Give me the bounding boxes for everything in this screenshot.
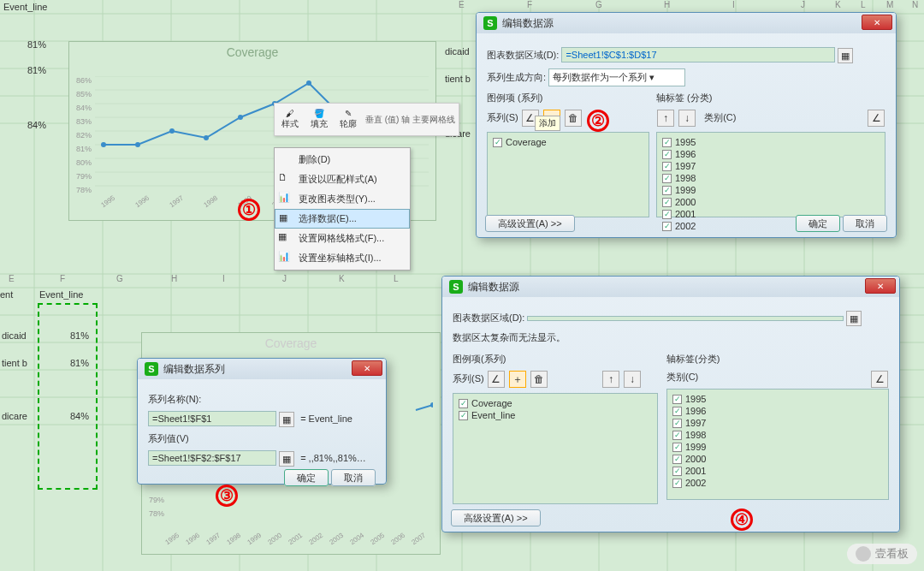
range-input[interactable]: =Sheet1!$C$1:$D$17: [561, 47, 835, 62]
category-list[interactable]: ✓1995 ✓1996 ✓1997 ✓1998 ✓1999 ✓2000 ✓200…: [656, 132, 886, 217]
cell-event-line[interactable]: Event_line: [39, 289, 83, 300]
val-picker-button[interactable]: ▦: [279, 451, 294, 467]
cell-row-dicaid[interactable]: dicaid: [2, 330, 27, 341]
col-K2[interactable]: K: [339, 274, 345, 288]
list-item[interactable]: ✓Coverage: [457, 397, 654, 409]
svg-point-36: [169, 128, 175, 134]
category-list[interactable]: ✓1995 ✓1996 ✓1997 ✓1998 ✓1999 ✓2000 ✓200…: [666, 389, 889, 500]
list-item[interactable]: ✓1998: [671, 429, 885, 441]
move-up-button[interactable]: ↑: [602, 371, 619, 388]
delete-series-button[interactable]: 🗑: [530, 371, 548, 388]
close-button[interactable]: ✕: [865, 278, 896, 294]
list-item[interactable]: ✓1998: [660, 172, 881, 184]
list-item[interactable]: ✓1997: [660, 160, 881, 172]
fill-button[interactable]: 🪣填充: [307, 107, 331, 132]
callout-4: ④: [731, 509, 753, 531]
add-series-button[interactable]: ＋: [509, 371, 526, 388]
name-picker-button[interactable]: ▦: [279, 412, 294, 427]
list-item[interactable]: ✓1997: [671, 417, 885, 429]
list-item[interactable]: ✓Coverage: [491, 136, 645, 148]
close-button[interactable]: ✕: [862, 15, 892, 30]
val-preview: = ,,81%,,81%…: [300, 453, 366, 463]
dialog-edit-series: S 编辑数据系列 ✕ 系列名称(N): =Sheet1!$F$1 ▦ = Eve…: [137, 358, 387, 485]
col-G2[interactable]: G: [116, 274, 123, 288]
list-item[interactable]: ✓Event_line: [457, 409, 654, 421]
cell-row-tient[interactable]: tient b: [2, 358, 27, 368]
range-picker-button[interactable]: ▦: [846, 311, 862, 326]
list-item[interactable]: ✓1995: [671, 393, 885, 405]
col-J2[interactable]: J: [282, 274, 287, 288]
menu-delete[interactable]: 删除(D): [275, 150, 410, 170]
mini-toolbar-heading: 垂直 (值) 轴 主要网格线: [365, 114, 455, 126]
list-item[interactable]: ✓1999: [671, 441, 885, 453]
svg-point-44: [430, 402, 433, 407]
cell-val2[interactable]: 81%: [27, 65, 46, 75]
col-E[interactable]: E: [459, 0, 465, 14]
range-label: 图表数据区域(D):: [487, 49, 559, 62]
axis-icon: 📊: [278, 251, 292, 265]
cell-header[interactable]: Event_line: [3, 2, 47, 12]
list-item[interactable]: ✓2001: [671, 465, 885, 477]
cell-val1[interactable]: 81%: [27, 39, 46, 50]
col-N[interactable]: N: [912, 0, 918, 14]
col-I2[interactable]: I: [222, 274, 225, 288]
ok-button[interactable]: 确定: [796, 215, 840, 232]
menu-format-gridlines[interactable]: ▦设置网格线格式(F)...: [275, 229, 410, 248]
menu-select-data[interactable]: ▦选择数据(E)...: [275, 209, 410, 229]
direction-select[interactable]: 每列数据作为一个系列 ▾: [548, 68, 685, 86]
range-picker-button[interactable]: ▦: [838, 48, 853, 63]
range-label: 图表数据区域(D):: [453, 312, 524, 324]
col-F2[interactable]: F: [60, 274, 65, 288]
list-item[interactable]: ✓1996: [660, 148, 881, 160]
series-label: 系列(S): [453, 373, 484, 384]
menu-format-axis[interactable]: 📊设置坐标轴格式(I)...: [275, 248, 410, 268]
list-item[interactable]: ✓1996: [671, 405, 885, 417]
val-input[interactable]: =Sheet1!$F$2:$F$17: [148, 450, 276, 466]
delete-series-button[interactable]: 🗑: [565, 110, 582, 127]
move-down-button[interactable]: ↓: [624, 371, 641, 388]
svg-point-34: [101, 142, 106, 147]
edit-series-button[interactable]: ∠: [488, 371, 505, 388]
ok-button[interactable]: 确定: [284, 469, 329, 486]
edit-cat-button[interactable]: ∠: [871, 371, 888, 388]
move-down-button[interactable]: ↓: [678, 110, 696, 127]
close-button[interactable]: ✕: [352, 360, 382, 376]
menu-change-type[interactable]: 📊更改图表类型(Y)...: [275, 189, 410, 209]
move-up-button[interactable]: ↑: [657, 110, 674, 127]
grid-icon: ▦: [278, 231, 292, 245]
dialog-edit-data-source-1: S 编辑数据源 ✕ 图表数据区域(D): =Sheet1!$C$1:$D$17 …: [476, 12, 897, 238]
style-button[interactable]: 🖌样式: [278, 107, 302, 132]
cat-label: 类别(C): [704, 112, 736, 122]
watermark: 壹看板: [847, 544, 917, 564]
menu-reset[interactable]: 🗋重设以匹配样式(A): [275, 170, 410, 189]
cancel-button[interactable]: 取消: [331, 469, 376, 486]
advanced-button[interactable]: 高级设置(A) >>: [485, 215, 575, 232]
list-item[interactable]: ✓2000: [671, 453, 885, 465]
name-label: 系列名称(N):: [148, 394, 201, 404]
list-item[interactable]: ✓1995: [660, 136, 881, 148]
outline-button[interactable]: ✎轮廓: [336, 107, 360, 132]
cell-dicaid[interactable]: dicaid: [445, 46, 470, 57]
series-list[interactable]: ✓Coverage: [487, 132, 649, 217]
note: 数据区太复杂而无法显示。: [453, 331, 889, 344]
col-L2[interactable]: L: [394, 274, 399, 288]
cell-val3[interactable]: 84%: [27, 120, 46, 130]
table-icon: ▦: [279, 212, 293, 226]
dialog-edit-data-source-2: S 编辑数据源 ✕ 图表数据区域(D): ▦ 数据区太复杂而无法显示。 图例项(…: [441, 276, 900, 532]
list-item[interactable]: ✓1999: [660, 184, 881, 196]
col-E2[interactable]: E: [9, 274, 15, 288]
reset-icon: 🗋: [278, 172, 292, 186]
cell-row-dicare[interactable]: dicare: [2, 411, 27, 421]
edit-cat-button[interactable]: ∠: [868, 110, 885, 127]
cell-tient[interactable]: tient b: [445, 74, 471, 84]
advanced-button[interactable]: 高级设置(A) >>: [451, 509, 541, 526]
range-input[interactable]: [527, 316, 844, 321]
name-input[interactable]: =Sheet1!$F$1: [148, 411, 276, 426]
svg-point-40: [306, 80, 311, 86]
cancel-button[interactable]: 取消: [843, 215, 887, 232]
cell-ent[interactable]: ent: [0, 289, 13, 300]
series-list[interactable]: ✓Coverage ✓Event_line: [453, 393, 658, 504]
list-item[interactable]: ✓2002: [671, 477, 885, 489]
list-item[interactable]: ✓2000: [660, 196, 881, 208]
col-H2[interactable]: H: [171, 274, 177, 288]
